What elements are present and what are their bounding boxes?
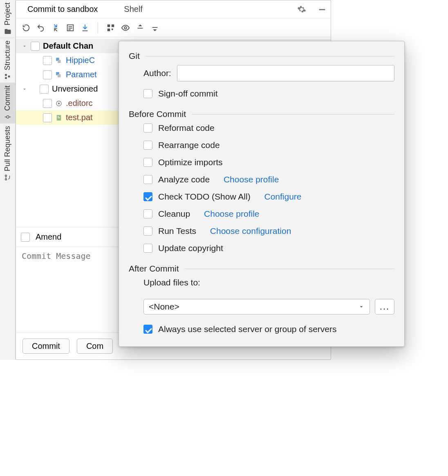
pull-request-icon bbox=[4, 174, 11, 181]
chevron-down-icon bbox=[22, 86, 27, 92]
svg-rect-15 bbox=[108, 24, 110, 27]
grid-icon bbox=[106, 23, 115, 32]
amend-label: Amend bbox=[36, 232, 61, 242]
svg-rect-21 bbox=[58, 60, 61, 63]
upload-value: <None> bbox=[149, 302, 179, 312]
svg-point-25 bbox=[58, 102, 60, 104]
minimize-icon[interactable] bbox=[318, 5, 327, 14]
collapse-all-icon bbox=[150, 23, 159, 32]
svg-rect-27 bbox=[58, 116, 59, 117]
always-server-checkbox[interactable] bbox=[143, 325, 152, 334]
analyze-checkbox[interactable] bbox=[143, 175, 152, 184]
shelve-button[interactable] bbox=[81, 23, 90, 32]
changelist-button[interactable] bbox=[66, 23, 75, 32]
file-checkbox[interactable] bbox=[43, 99, 52, 108]
file-checkbox[interactable] bbox=[43, 56, 52, 65]
runtests-config-link[interactable]: Choose configuration bbox=[210, 226, 291, 236]
signoff-row: Sign-off commit bbox=[143, 89, 394, 99]
download-icon bbox=[81, 23, 90, 32]
optimize-checkbox[interactable] bbox=[143, 158, 152, 167]
file-checkbox[interactable] bbox=[43, 113, 52, 122]
svg-rect-1 bbox=[5, 77, 7, 79]
svg-point-19 bbox=[124, 27, 127, 29]
commit-and-button[interactable]: Com bbox=[77, 339, 113, 354]
analyze-label: Analyze code bbox=[158, 175, 210, 184]
always-server-label: Always use selected server or group of s… bbox=[158, 324, 337, 334]
collapse-button[interactable] bbox=[150, 23, 159, 32]
amend-checkbox[interactable] bbox=[21, 233, 30, 242]
check-todo-checkbox[interactable] bbox=[143, 192, 152, 201]
rail-commit[interactable]: Commit bbox=[0, 83, 15, 123]
svg-rect-17 bbox=[108, 28, 110, 31]
refresh-icon bbox=[22, 23, 31, 32]
refresh-button[interactable] bbox=[22, 23, 31, 32]
chevron-down-icon bbox=[358, 303, 365, 310]
file-name: .editorc bbox=[66, 99, 93, 108]
undo-icon bbox=[36, 23, 45, 32]
svg-point-7 bbox=[5, 179, 7, 180]
upload-browse-button[interactable]: ... bbox=[375, 299, 394, 314]
author-row: Author: bbox=[143, 65, 394, 81]
show-button[interactable] bbox=[121, 23, 130, 32]
svg-rect-28 bbox=[58, 117, 60, 118]
java-file-icon bbox=[55, 57, 63, 64]
runtests-checkbox[interactable] bbox=[143, 227, 152, 236]
copyright-checkbox[interactable] bbox=[143, 244, 152, 253]
section-header-before: Before Commit bbox=[129, 109, 394, 119]
svg-rect-0 bbox=[5, 74, 7, 76]
cleanup-label: Cleanup bbox=[158, 209, 190, 219]
file-link[interactable]: Paramet bbox=[66, 70, 97, 79]
section-header-git: Git bbox=[129, 51, 394, 61]
check-todo-link[interactable]: Configure bbox=[264, 192, 301, 202]
commit-toolbar bbox=[16, 18, 331, 37]
reformat-label: Reformat code bbox=[158, 123, 215, 133]
upload-select[interactable]: <None> bbox=[143, 299, 370, 314]
rail-pull-requests[interactable]: Pull Requests bbox=[0, 123, 15, 184]
expand-all-icon bbox=[136, 23, 145, 32]
author-input[interactable] bbox=[177, 65, 394, 81]
rail-project[interactable]: Project bbox=[0, 0, 15, 38]
signoff-label: Sign-off commit bbox=[158, 89, 218, 99]
rearrange-label: Rearrange code bbox=[158, 140, 220, 150]
rearrange-checkbox[interactable] bbox=[143, 141, 152, 150]
list-icon bbox=[66, 23, 75, 32]
cleanup-profile-link[interactable]: Choose profile bbox=[204, 209, 259, 219]
rollback-button[interactable] bbox=[36, 23, 45, 32]
gear-icon[interactable] bbox=[297, 5, 306, 14]
runtests-label: Run Tests bbox=[158, 226, 196, 236]
diff-button[interactable] bbox=[51, 23, 60, 32]
chevron-down-icon bbox=[22, 43, 27, 49]
commit-button[interactable]: Commit bbox=[22, 339, 69, 354]
tab-commit[interactable]: Commit to sandbox bbox=[20, 0, 105, 18]
author-label: Author: bbox=[143, 68, 171, 78]
copyright-label: Update copyright bbox=[158, 243, 223, 253]
unversioned-checkbox[interactable] bbox=[40, 85, 49, 94]
group-button[interactable] bbox=[106, 23, 115, 32]
svg-point-6 bbox=[5, 175, 7, 177]
analyze-profile-link[interactable]: Choose profile bbox=[224, 175, 279, 184]
file-link[interactable]: HippieC bbox=[66, 56, 95, 65]
expand-button[interactable] bbox=[136, 23, 145, 32]
svg-rect-23 bbox=[58, 74, 61, 77]
rail-structure[interactable]: Structure bbox=[0, 38, 15, 83]
gear-icon bbox=[55, 100, 63, 107]
section-header-after: After Commit bbox=[129, 264, 394, 274]
file-checkbox[interactable] bbox=[43, 70, 52, 79]
file-name: test.pat bbox=[66, 113, 93, 122]
changelist-checkbox[interactable] bbox=[31, 42, 40, 51]
diff-icon bbox=[51, 23, 60, 32]
svg-point-3 bbox=[7, 116, 9, 118]
optimize-label: Optimize imports bbox=[158, 157, 223, 167]
svg-rect-2 bbox=[8, 76, 10, 78]
java-file-icon bbox=[55, 71, 63, 79]
check-todo-label: Check TODO (Show All) bbox=[158, 192, 251, 202]
cleanup-checkbox[interactable] bbox=[143, 209, 152, 218]
svg-rect-18 bbox=[112, 28, 113, 30]
reformat-checkbox[interactable] bbox=[143, 123, 152, 132]
svg-rect-9 bbox=[319, 9, 325, 10]
eye-icon bbox=[121, 23, 130, 32]
left-rail: Project Structure Commit Pull Requests bbox=[0, 0, 16, 360]
tab-shelf[interactable]: Shelf bbox=[116, 0, 150, 18]
signoff-checkbox[interactable] bbox=[143, 89, 152, 98]
svg-rect-16 bbox=[112, 24, 114, 27]
